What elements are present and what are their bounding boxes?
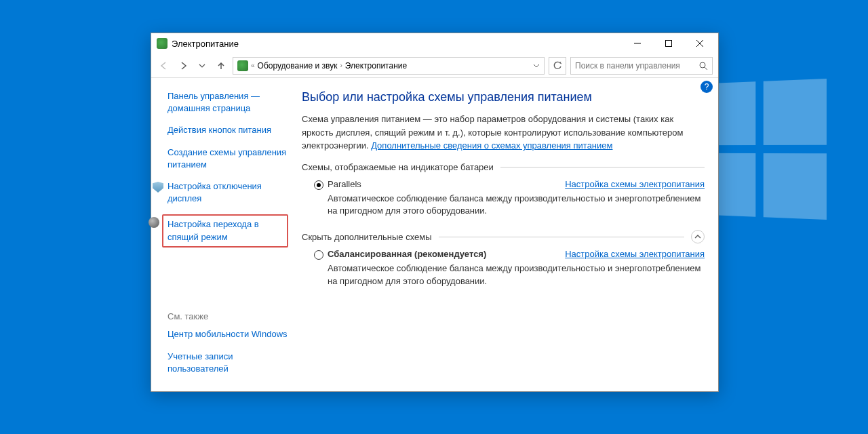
- scheme-parallels-radio[interactable]: [314, 180, 323, 190]
- scheme-parallels-name[interactable]: Parallels: [328, 179, 565, 189]
- moon-icon: [149, 217, 159, 228]
- breadcrumb-hardware[interactable]: Оборудование и звук: [258, 61, 338, 71]
- address-bar[interactable]: « Оборудование и звук › Электропитание: [233, 57, 545, 75]
- sidebar-accounts-link[interactable]: Учетные записи пользователей: [167, 351, 288, 375]
- chevron-right-icon: ›: [340, 62, 342, 69]
- svg-line-5: [705, 67, 707, 70]
- back-button[interactable]: [157, 58, 172, 73]
- breadcrumb-power[interactable]: Электропитание: [345, 61, 407, 71]
- window-title: Электропитание: [172, 39, 622, 49]
- sidebar: Панель управления — домашняя страница Де…: [151, 78, 295, 391]
- scheme-balanced-name[interactable]: Сбалансированная (рекомендуется): [328, 249, 565, 259]
- help-button[interactable]: ?: [701, 81, 713, 93]
- scheme-parallels-settings-link[interactable]: Настройка схемы электропитания: [565, 179, 705, 189]
- hide-extra-label: Скрыть дополнительные схемы: [302, 232, 432, 242]
- power-icon: [157, 38, 167, 49]
- nav-row: « Оборудование и звук › Электропитание: [151, 54, 718, 78]
- forward-button[interactable]: [176, 58, 191, 73]
- sidebar-mobility-link[interactable]: Центр мобильности Windows: [167, 328, 288, 340]
- intro-text: Схема управления питанием — это набор па…: [302, 113, 705, 153]
- scheme-balanced-radio[interactable]: [314, 250, 323, 260]
- collapse-button[interactable]: [691, 230, 705, 243]
- shield-icon: [153, 182, 163, 193]
- svg-point-4: [700, 62, 705, 68]
- search-input[interactable]: [575, 61, 694, 71]
- breadcrumb-sep: «: [251, 62, 255, 69]
- refresh-button[interactable]: [549, 57, 566, 75]
- sidebar-power-buttons-link[interactable]: Действия кнопок питания: [167, 124, 288, 136]
- sidebar-create-scheme-link[interactable]: Создание схемы управления питанием: [167, 146, 288, 171]
- scheme-balanced-settings-link[interactable]: Настройка схемы электропитания: [565, 249, 705, 259]
- search-box[interactable]: [570, 57, 713, 75]
- titlebar: Электропитание: [151, 33, 718, 54]
- learn-more-link[interactable]: Дополнительные сведения о схемах управле…: [371, 140, 612, 151]
- scheme-balanced-desc: Автоматическое соблюдение баланса между …: [302, 262, 705, 288]
- power-icon: [237, 60, 248, 71]
- close-button[interactable]: [684, 33, 715, 54]
- page-heading: Выбор или настройка схемы управления пит…: [302, 90, 705, 104]
- scheme-parallels-desc: Автоматическое соблюдение баланса между …: [302, 193, 705, 218]
- shown-schemes-label: Схемы, отображаемые на индикаторе батаре…: [302, 162, 705, 172]
- sidebar-sleep-link[interactable]: Настройка перехода в спящий режим: [162, 214, 288, 247]
- see-also-heading: См. также: [167, 311, 288, 321]
- main-panel: Выбор или настройка схемы управления пит…: [295, 78, 718, 391]
- up-button[interactable]: [214, 58, 229, 73]
- recent-dropdown[interactable]: [195, 58, 210, 73]
- svg-rect-1: [666, 41, 672, 47]
- maximize-button[interactable]: [653, 33, 684, 54]
- chevron-down-icon[interactable]: [533, 62, 540, 69]
- minimize-button[interactable]: [622, 33, 653, 54]
- sidebar-home-link[interactable]: Панель управления — домашняя страница: [167, 90, 288, 115]
- sidebar-display-off-link[interactable]: Настройка отключения дисплея: [167, 180, 288, 205]
- control-panel-window: Электропитание « Оборудование и звук ›: [151, 33, 719, 392]
- search-icon[interactable]: [698, 61, 708, 71]
